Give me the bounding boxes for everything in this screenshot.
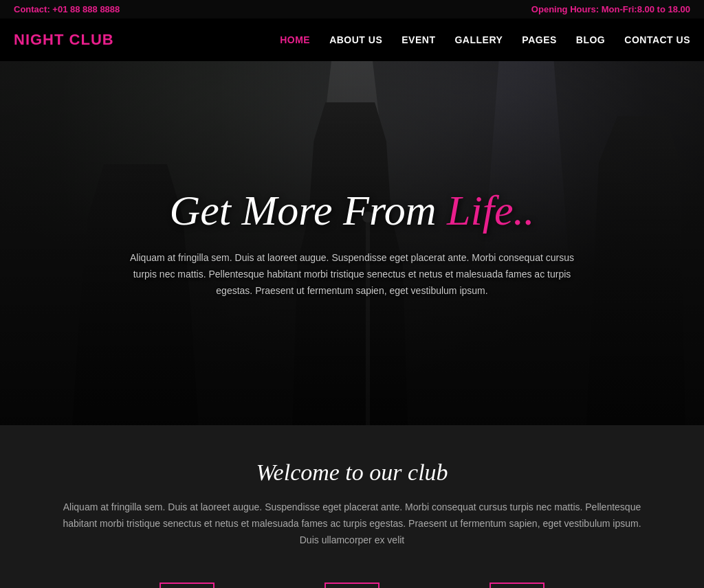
nav-blog[interactable]: BLOG [576, 34, 605, 45]
music-icon-box[interactable]: ♪ [490, 583, 544, 588]
logo-part1: NIGHT [14, 31, 69, 48]
nav-pages[interactable]: PAGES [522, 34, 556, 45]
logo[interactable]: NIGHT CLUB [14, 31, 114, 49]
top-bar: Contact: +01 88 888 8888 Opening Hours: … [0, 0, 704, 19]
hero-description: Aliquam at fringilla sem. Duis at laoree… [129, 250, 575, 299]
welcome-section: Welcome to our club Aliquam at fringilla… [0, 425, 704, 588]
contact-info: Contact: +01 88 888 8888 [14, 4, 120, 14]
hours-label: Opening Hours: [531, 4, 599, 14]
hero-title-part1: Get More From [170, 187, 447, 234]
welcome-title: Welcome to our club [41, 460, 663, 486]
icons-row: 🍴 ♥ ♪ [41, 576, 663, 588]
contact-number: +01 88 888 8888 [52, 4, 120, 14]
food-icon-box[interactable]: 🍴 [160, 583, 214, 588]
opening-hours: Opening Hours: Mon-Fri:8.00 to 18.00 [531, 4, 690, 14]
header: NIGHT CLUB HOME ABOUT US EVENT GALLERY P… [0, 19, 704, 61]
hero-section: Get More From Life.. Aliquam at fringill… [0, 61, 704, 425]
hero-title: Get More From Life.. [14, 187, 690, 234]
nav-event[interactable]: EVENT [402, 34, 435, 45]
nav-gallery[interactable]: GALLERY [454, 34, 503, 45]
welcome-description: Aliquam at fringilla sem. Duis at laoree… [60, 499, 644, 548]
hero-title-highlight: Life.. [447, 187, 534, 234]
heart-icon-box[interactable]: ♥ [324, 583, 380, 588]
main-nav: HOME ABOUT US EVENT GALLERY PAGES BLOG C… [280, 34, 690, 45]
contact-label: Contact: [14, 4, 50, 14]
logo-part2: CLUB [69, 31, 114, 48]
hero-content: Get More From Life.. Aliquam at fringill… [0, 187, 704, 299]
nav-home[interactable]: HOME [280, 34, 310, 45]
hours-value: Mon-Fri:8.00 to 18.00 [602, 4, 690, 14]
nav-about[interactable]: ABOUT US [329, 34, 382, 45]
nav-contact[interactable]: CONTACT US [624, 34, 690, 45]
